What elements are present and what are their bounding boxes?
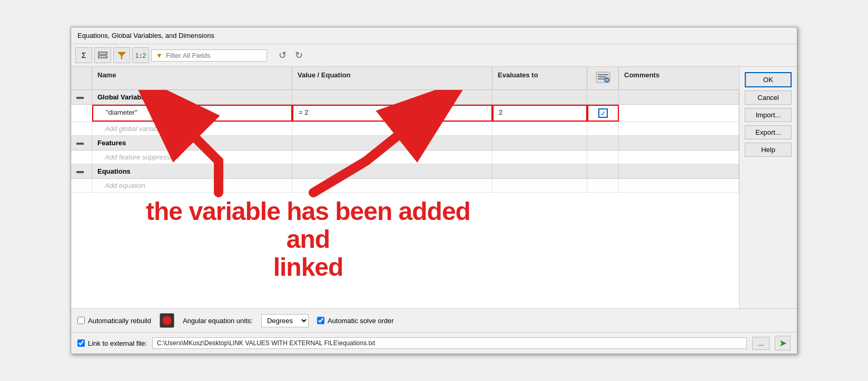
section-title-gv: Global Variables — [92, 90, 292, 104]
table-row-add-feature[interactable]: Add feature suppression — [71, 151, 739, 164]
angular-units-label: Angular equation units: — [183, 317, 253, 325]
col-header-evaluates: Evaluates to — [492, 67, 587, 89]
toolbar: Σ 1↕2 ▼ ↺ ↻ — [71, 44, 797, 67]
section-equations: Equations — [71, 164, 739, 179]
col-header-link — [587, 67, 619, 89]
collapse-bar-gv — [76, 97, 84, 99]
traffic-light-icon[interactable] — [160, 313, 174, 328]
link-column-icon — [596, 71, 610, 84]
table-row-add-gv[interactable]: Add global variable — [71, 122, 739, 136]
table-row-add-equation[interactable]: Add equation — [71, 179, 739, 193]
cell-name-diameter[interactable]: "diameter" — [92, 105, 292, 122]
section-expand-gv[interactable] — [71, 90, 92, 104]
link-external-label[interactable]: Link to external file: — [77, 339, 147, 347]
redo-button[interactable]: ↻ — [292, 48, 306, 62]
auto-rebuild-label[interactable]: Automatically rebuild — [77, 317, 151, 325]
col-header-comments: Comments — [619, 67, 739, 89]
link-external-checkbox[interactable] — [77, 339, 85, 347]
import-button[interactable]: Import... — [745, 108, 792, 122]
bottom-row2: Link to external file: ... ➤ — [71, 332, 797, 354]
row-expand-diameter — [71, 105, 92, 122]
filter-button[interactable] — [113, 47, 130, 63]
import-file-button[interactable]: ➤ — [775, 336, 791, 350]
ok-button[interactable]: OK — [745, 72, 792, 87]
import-arrow-icon: ➤ — [779, 337, 787, 349]
section-title-features: Features — [92, 136, 292, 150]
section-expand-features[interactable] — [71, 136, 92, 150]
cell-comments-diameter — [619, 105, 739, 122]
annotation-area: the variable has been added and linked — [71, 193, 739, 308]
angular-units-select[interactable]: Degrees Radians — [261, 314, 309, 327]
auto-solve-checkbox[interactable] — [317, 317, 324, 324]
table-area: Name Value / Equation Evaluates to — [71, 67, 739, 308]
dialog-title: Equations, Global Variables, and Dimensi… — [77, 32, 214, 39]
main-dialog: Equations, Global Variables, and Dimensi… — [71, 27, 797, 354]
col-header-expand — [71, 67, 92, 89]
order-button[interactable]: 1↕2 — [132, 47, 149, 63]
auto-solve-label[interactable]: Automatic solve order — [317, 317, 394, 325]
sigma-button[interactable]: Σ — [75, 47, 92, 63]
red-light — [163, 316, 171, 325]
auto-rebuild-checkbox[interactable] — [77, 317, 85, 324]
browse-button[interactable]: ... — [752, 337, 770, 350]
filter-input[interactable] — [166, 52, 262, 59]
collapse-bar-equations — [76, 171, 84, 173]
svg-rect-0 — [98, 52, 107, 54]
section-expand-equations[interactable] — [71, 164, 92, 178]
title-bar: Equations, Global Variables, and Dimensi… — [71, 27, 797, 44]
table-row-diameter: "diameter" = 2 2 ✓ — [71, 105, 739, 122]
svg-rect-1 — [98, 56, 107, 58]
table-header: Name Value / Equation Evaluates to — [71, 67, 739, 90]
add-equation-placeholder[interactable]: Add equation — [92, 179, 292, 192]
file-path-input[interactable] — [152, 337, 747, 349]
add-gv-placeholder[interactable]: Add global variable — [92, 122, 292, 135]
add-feature-placeholder[interactable]: Add feature suppression — [92, 151, 292, 164]
cancel-button[interactable]: Cancel — [745, 91, 792, 105]
main-area: Name Value / Equation Evaluates to — [71, 67, 797, 308]
cell-linked-diameter[interactable]: ✓ — [587, 105, 619, 122]
view-button[interactable] — [94, 47, 111, 63]
filter-icon: ▼ — [156, 52, 163, 59]
cell-evaluates-diameter: 2 — [492, 105, 587, 122]
collapse-bar-features — [76, 143, 84, 145]
table-body: Global Variables "diameter" = 2 — [71, 90, 739, 308]
export-button[interactable]: Export... — [745, 125, 792, 139]
annotation-text: the variable has been added and linked — [124, 198, 492, 281]
bottom-bar: Automatically rebuild Angular equation u… — [71, 308, 797, 332]
col-header-value: Value / Equation — [292, 67, 492, 89]
section-title-equations: Equations — [92, 164, 292, 178]
section-global-variables: Global Variables — [71, 90, 739, 105]
undo-button[interactable]: ↺ — [275, 48, 290, 62]
cell-value-diameter[interactable]: = 2 — [292, 105, 492, 122]
sidebar-buttons: OK Cancel Import... Export... Help — [739, 67, 797, 308]
filter-field-container: ▼ — [151, 49, 267, 62]
section-features: Features — [71, 136, 739, 151]
linked-checkbox[interactable]: ✓ — [598, 108, 608, 118]
col-header-name: Name — [92, 67, 292, 89]
help-button[interactable]: Help — [745, 143, 792, 157]
